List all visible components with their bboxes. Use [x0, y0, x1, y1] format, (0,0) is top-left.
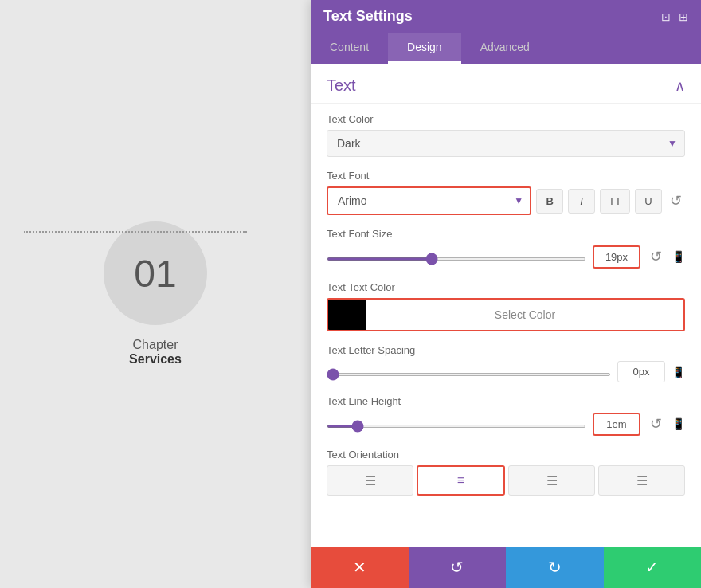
panel-content: Text ∧ Text Color Dark Light ▼ Text Font	[311, 64, 701, 547]
font-size-slider[interactable]	[327, 257, 586, 261]
line-height-row: Text Line Height ↺ 📱	[327, 395, 685, 436]
left-area: 01 Chapter Services	[0, 0, 311, 588]
align-justify-button[interactable]: ☰	[598, 465, 685, 496]
undo-button[interactable]: ↺	[409, 547, 507, 588]
orientation-buttons: ☰ ≡ ☰ ☰	[327, 465, 685, 496]
select-color-label[interactable]: Select Color	[366, 302, 683, 327]
letter-spacing-label: Text Letter Spacing	[327, 344, 685, 356]
orientation-label: Text Orientation	[327, 449, 685, 461]
color-swatch	[328, 300, 366, 330]
letter-spacing-mobile-icon: 📱	[672, 366, 685, 378]
letter-spacing-slider-wrapper	[327, 365, 611, 379]
panel-header: Text Settings ⊡ ⊞	[311, 0, 701, 33]
services-label: Services	[129, 352, 182, 367]
redo-button[interactable]: ↻	[506, 547, 604, 588]
tab-advanced[interactable]: Advanced	[461, 33, 549, 64]
line-height-mobile-icon: 📱	[672, 417, 685, 430]
panel-title: Text Settings	[323, 8, 413, 25]
line-height-slider-row: ↺ 📱	[327, 412, 685, 436]
font-size-label: Text Font Size	[327, 228, 685, 240]
text-color-select[interactable]: Dark Light	[327, 130, 685, 157]
line-height-slider-wrapper	[327, 417, 586, 431]
tt-button[interactable]: TT	[600, 189, 630, 214]
settings-panel: Text Settings ⊡ ⊞ Content Design Advance…	[311, 0, 701, 588]
text-text-color-label: Text Text Color	[327, 281, 685, 293]
tab-design[interactable]: Design	[388, 33, 461, 64]
font-size-slider-row: ↺ 📱	[327, 245, 685, 269]
color-picker-row[interactable]: Select Color	[327, 298, 685, 331]
circle-number: 01	[104, 221, 207, 325]
text-text-color-row: Text Text Color Select Color	[327, 281, 685, 331]
tab-content[interactable]: Content	[311, 33, 388, 64]
font-size-input[interactable]	[593, 245, 640, 269]
line-height-input[interactable]	[593, 413, 640, 436]
text-color-label: Text Color	[327, 113, 685, 125]
text-font-row: Text Font Arimo Arial Roboto ▼ B I TT U	[327, 170, 685, 215]
panel-tabs: Content Design Advanced	[311, 33, 701, 64]
font-row: Arimo Arial Roboto ▼ B I TT U ↺	[327, 186, 685, 215]
line-height-reset-button[interactable]: ↺	[647, 412, 665, 436]
expand-icon[interactable]: ⊡	[661, 10, 671, 23]
confirm-button[interactable]: ✓	[604, 547, 702, 588]
font-size-slider-wrapper	[327, 249, 586, 264]
text-color-row: Text Color Dark Light ▼	[327, 113, 685, 157]
letter-spacing-slider-row: 📱	[327, 361, 685, 382]
font-select[interactable]: Arimo Arial Roboto	[327, 186, 531, 215]
settings-body: Text Color Dark Light ▼ Text Font Arimo	[311, 104, 701, 518]
bold-button[interactable]: B	[536, 189, 563, 214]
align-right-button[interactable]: ☰	[508, 465, 595, 496]
chapter-label: Chapter	[133, 338, 178, 352]
cancel-button[interactable]: ✕	[311, 547, 409, 588]
font-size-row: Text Font Size ↺ 📱	[327, 228, 685, 269]
section-title: Text	[327, 76, 356, 95]
font-select-wrapper: Arimo Arial Roboto ▼	[327, 186, 531, 215]
font-reset-button[interactable]: ↺	[667, 189, 685, 213]
italic-button[interactable]: I	[568, 189, 595, 214]
text-font-label: Text Font	[327, 170, 685, 182]
letter-spacing-row: Text Letter Spacing 📱	[327, 344, 685, 382]
panel-footer: ✕ ↺ ↻ ✓	[311, 547, 701, 588]
grid-icon[interactable]: ⊞	[679, 10, 688, 23]
text-color-select-wrapper: Dark Light ▼	[327, 130, 685, 157]
line-height-label: Text Line Height	[327, 395, 685, 407]
letter-spacing-input[interactable]	[617, 361, 665, 382]
mobile-icon: 📱	[672, 250, 685, 263]
align-left-button[interactable]: ☰	[327, 465, 413, 496]
section-collapse-icon[interactable]: ∧	[675, 77, 685, 95]
underline-button[interactable]: U	[635, 189, 662, 214]
font-size-reset-button[interactable]: ↺	[647, 245, 665, 269]
orientation-row: Text Orientation ☰ ≡ ☰ ☰	[327, 449, 685, 496]
letter-spacing-slider[interactable]	[327, 373, 611, 376]
section-header: Text ∧	[311, 64, 701, 104]
line-height-slider[interactable]	[327, 425, 586, 428]
align-center-button[interactable]: ≡	[417, 465, 505, 496]
dotted-line	[24, 231, 247, 233]
header-icons: ⊡ ⊞	[661, 10, 688, 23]
